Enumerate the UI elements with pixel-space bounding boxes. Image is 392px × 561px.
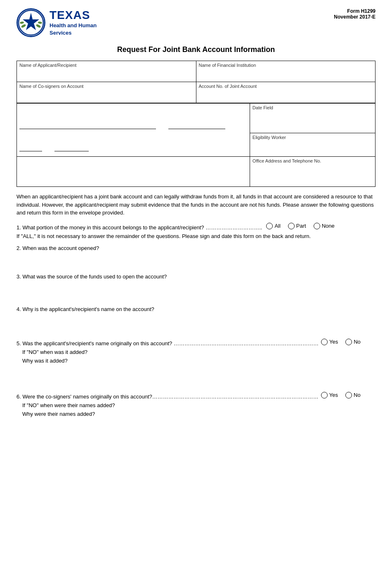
q2-answer: [17, 251, 375, 268]
page-title: Request For Joint Bank Account Informati…: [17, 45, 375, 54]
office-address-cell: Office Address and Telephone No.: [250, 157, 375, 187]
logo-area: TEXAS Health and Human Services: [17, 8, 97, 37]
cosigners-field-cell: Name of Co-signers on Account: [17, 82, 196, 103]
q5-radio-yes[interactable]: [321, 339, 328, 345]
question-6-row: 6. Were the co-signers' names originally…: [17, 392, 375, 400]
question-6: 6. Were the co-signers' names originally…: [17, 392, 375, 435]
page-header: TEXAS Health and Human Services Form H12…: [17, 8, 375, 37]
question-1-row: 1. What portion of the money in this acc…: [17, 223, 375, 231]
form-info: Form H1299 November 2017-E: [334, 8, 375, 20]
eligibility-worker-label: Eligibility Worker: [253, 135, 373, 140]
q1-radio-part[interactable]: [288, 223, 295, 229]
q4-text: 4. Why is the applicant's/recipient's na…: [17, 306, 375, 312]
svg-marker-1: [23, 13, 39, 30]
q5-answer: [17, 370, 375, 386]
q6-if-no-label: If "NO" when were their names added?: [22, 402, 375, 408]
applicant-value: [19, 68, 194, 80]
applicant-label: Name of Applicant/Recipient: [19, 63, 194, 68]
q1-option-all[interactable]: All: [266, 223, 280, 229]
q6-radio-no[interactable]: [345, 392, 352, 398]
q5-options: Yes No: [321, 339, 361, 345]
account-no-label: Account No. of Joint Account: [199, 84, 373, 89]
q3-answer: [17, 280, 375, 300]
body-text: When an applicant/recipient has a joint …: [17, 193, 375, 217]
applicant-field-cell: Name of Applicant/Recipient: [17, 61, 196, 82]
logo-text: TEXAS Health and Human Services: [50, 9, 97, 37]
svg-point-3: [35, 24, 41, 28]
q3-text: 3. What was the source of the funds used…: [17, 273, 375, 280]
q1-option-part[interactable]: Part: [288, 223, 306, 229]
texas-seal-icon: [18, 9, 44, 36]
q4-answer: [17, 312, 375, 333]
svg-point-5: [38, 21, 43, 24]
cosigners-value: [19, 90, 194, 101]
account-no-value: [199, 90, 373, 101]
financial-institution-label: Name of Financial Institution: [199, 63, 373, 68]
financial-institution-value: [199, 68, 373, 80]
q5-text: 5. Was the applicant's/recipient's name …: [17, 340, 319, 346]
q6-why-label: Why were their names added?: [22, 411, 375, 417]
form-date: November 2017-E: [334, 14, 375, 20]
address-sig-table: Date Field Eligibility Worker Office Add…: [17, 103, 375, 187]
date-field-label: Date Field: [253, 105, 373, 110]
cosigners-label: Name of Co-signers on Account: [19, 84, 194, 89]
q5-option-yes[interactable]: Yes: [321, 339, 338, 345]
q5-why-label: Why was it added?: [22, 358, 375, 364]
empty-left-cell: [17, 157, 250, 187]
question-5: 5. Was the applicant's/recipient's name …: [17, 339, 375, 386]
office-address-label: Office Address and Telephone No.: [253, 158, 373, 163]
q1-num: 1. What portion of the money in this acc…: [17, 224, 262, 231]
question-5-row: 5. Was the applicant's/recipient's name …: [17, 339, 375, 346]
question-3: 3. What was the source of the funds used…: [17, 273, 375, 300]
q1-radio-none[interactable]: [314, 223, 320, 229]
q6-radio-yes[interactable]: [321, 392, 328, 398]
q5-if-no-label: If "NO" when was it added?: [22, 349, 375, 355]
q1-option-none[interactable]: None: [314, 223, 335, 229]
logo-circle: [17, 8, 45, 37]
form-id: Form H1299: [334, 8, 375, 14]
q5-option-no[interactable]: No: [345, 339, 361, 345]
svg-point-4: [20, 21, 24, 24]
date-field-cell: Date Field: [250, 104, 375, 133]
texas-label: TEXAS: [50, 9, 97, 22]
q1-radio-all[interactable]: [266, 223, 273, 229]
svg-point-2: [21, 24, 26, 28]
q6-option-yes[interactable]: Yes: [321, 392, 338, 398]
eligibility-worker-cell: Eligibility Worker: [250, 133, 375, 157]
q6-answer: [17, 423, 375, 435]
q2-text: 2. When was the account opened?: [17, 245, 375, 251]
question-4: 4. Why is the applicant's/recipient's na…: [17, 306, 375, 333]
financial-institution-field-cell: Name of Financial Institution: [196, 61, 375, 82]
question-1: 1. What portion of the money in this acc…: [17, 223, 375, 239]
q1-options: All Part None: [266, 223, 334, 229]
q5-radio-no[interactable]: [345, 339, 352, 345]
signature-left-cell: [17, 104, 250, 157]
org-subtitle: Health and Human Services: [50, 22, 97, 37]
question-2: 2. When was the account opened?: [17, 245, 375, 268]
q1-subnote: If "ALL," it is not necessary to answer …: [17, 233, 375, 239]
q6-text: 6. Were the co-signers' names originally…: [17, 394, 319, 400]
q6-option-no[interactable]: No: [345, 392, 361, 398]
account-no-field-cell: Account No. of Joint Account: [196, 82, 375, 103]
top-fields-table: Name of Applicant/Recipient Name of Fina…: [17, 61, 375, 103]
q6-options: Yes No: [321, 392, 361, 398]
